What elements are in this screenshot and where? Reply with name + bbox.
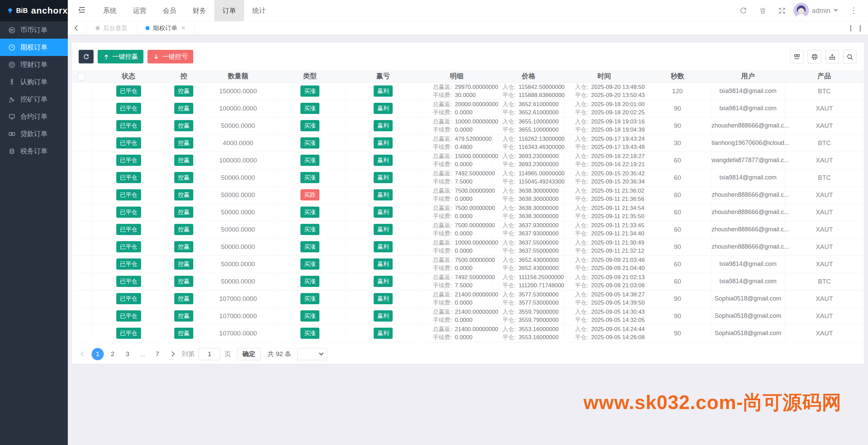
detail-cell: 总赢返:21400.00000000手续费:0.0000 [421, 325, 492, 342]
force-lose-button[interactable]: 一键控亏 [147, 50, 193, 63]
price-cell: 入仓:114965.00000000平仓:115045.49243300 [492, 169, 565, 186]
nav-item[interactable]: 运营 [125, 0, 155, 21]
table-row: 已平仓控赢50000.0000买跌赢利总赢返:7500.00000000手续费:… [72, 186, 864, 204]
select-all-checkbox[interactable] [78, 73, 85, 80]
kebab-menu-icon[interactable]: ⋮ [850, 6, 858, 15]
row-select-cell [72, 134, 91, 152]
control-badge[interactable]: 控赢 [174, 103, 193, 114]
sidebar-item[interactable]: 挖矿订单 [0, 91, 68, 108]
tabs-scroll-right[interactable] [850, 25, 851, 31]
prev-page-icon[interactable] [77, 348, 89, 360]
control-badge[interactable]: 控赢 [174, 172, 193, 183]
seconds-value: 120 [644, 82, 711, 100]
sidebar-item[interactable]: 贷款订单 [0, 125, 68, 142]
product-value: XAUT [785, 238, 864, 255]
nav-item[interactable]: 订单 [214, 0, 244, 21]
page-button[interactable]: 2 [106, 348, 119, 360]
sidebar-item[interactable]: 币币订单 [0, 21, 68, 39]
refresh-icon[interactable] [739, 7, 747, 15]
force-lose-label: 一键控亏 [162, 52, 188, 61]
tabs-scroll-left[interactable] [68, 21, 87, 35]
amount-value: 50000.0000 [201, 169, 275, 186]
status-badge: 已平仓 [116, 258, 141, 270]
sidebar-item[interactable]: 认购订单 [0, 73, 68, 91]
tab-label: 后台首页 [103, 24, 127, 32]
page-button[interactable]: 1 [92, 348, 104, 360]
table-row: 已平仓控赢150000.0000买涨赢利总赢返:29970.00000000手续… [72, 82, 864, 100]
control-badge[interactable]: 控赢 [174, 276, 193, 287]
amount-value: 50000.0000 [201, 255, 275, 273]
page-button[interactable]: 7 [151, 348, 163, 360]
price-cell: 入仓:3638.30000000平仓:3638.30000000 [492, 186, 565, 204]
logo: BiB anchorx [0, 0, 68, 21]
control-badge[interactable]: 控赢 [174, 224, 193, 235]
tab-dot-icon [145, 26, 150, 30]
tabs-menu-icon[interactable] [860, 25, 861, 31]
control-badge[interactable]: 控赢 [174, 241, 193, 252]
topbar: 系统运营会员财务订单统计 admin ⋮ [68, 0, 868, 21]
force-win-button[interactable]: 一键控赢 [98, 50, 143, 63]
sidebar-item[interactable]: 合约订单 [0, 108, 68, 125]
control-badge[interactable]: 控赢 [174, 189, 193, 200]
amount-value: 4000.0000 [201, 134, 275, 152]
tab-option-orders[interactable]: 期权订单 × [137, 21, 195, 35]
control-badge[interactable]: 控赢 [174, 293, 193, 304]
control-badge[interactable]: 控赢 [174, 310, 193, 322]
status-badge: 已平仓 [116, 172, 141, 183]
trash-icon[interactable] [759, 7, 767, 15]
page-button[interactable]: 3 [121, 348, 134, 360]
time-cell: 入仓:2025-09-05 14:30:43平仓:2025-09-05 14:3… [565, 307, 644, 325]
row-select-cell [72, 325, 91, 342]
type-badge: 买涨 [300, 137, 319, 149]
columns-icon[interactable] [790, 50, 804, 63]
status-badge: 已平仓 [116, 155, 141, 166]
export-icon[interactable] [825, 50, 839, 63]
amount-value: 50000.0000 [201, 221, 275, 238]
seconds-value: 60 [644, 221, 711, 238]
printer-icon[interactable] [808, 50, 821, 63]
search-icon[interactable] [843, 50, 856, 63]
tab-close-icon[interactable]: × [181, 24, 185, 32]
fullscreen-icon[interactable] [778, 7, 786, 15]
status-badge: 已平仓 [116, 310, 141, 322]
sidebar-item[interactable]: 税务订单 [0, 142, 68, 160]
user-menu[interactable]: admin [793, 3, 838, 18]
amount-value: 50000.0000 [201, 273, 275, 290]
column-header: 价格 [492, 70, 565, 82]
sidebar-item[interactable]: 理财订单 [0, 56, 68, 73]
table-row: 已平仓控赢50000.0000买涨赢利总赢返:7500.00000000手续费:… [72, 221, 864, 238]
banknote-icon [8, 130, 16, 138]
goto-page-input[interactable] [199, 348, 220, 360]
tabbar-right-controls [850, 21, 868, 35]
detail-cell: 总赢返:10000.00000000手续费:0.0000 [421, 238, 492, 255]
type-badge: 买涨 [300, 258, 319, 270]
sidebar-item[interactable]: 期权订单 [0, 39, 68, 56]
control-badge[interactable]: 控赢 [174, 328, 193, 339]
product-value: XAUT [785, 117, 864, 134]
nav-item[interactable]: 系统 [95, 0, 125, 21]
row-select-cell [72, 273, 91, 290]
next-page-icon[interactable] [166, 348, 178, 360]
page-size-select[interactable] [297, 348, 327, 360]
control-badge[interactable]: 控赢 [174, 258, 193, 270]
type-badge: 买涨 [300, 172, 319, 183]
control-badge[interactable]: 控赢 [174, 207, 193, 218]
goto-confirm-button[interactable]: 确定 [237, 348, 261, 360]
collapse-menu-icon[interactable] [78, 6, 86, 15]
control-badge[interactable]: 控赢 [174, 120, 193, 131]
tab-home[interactable]: 后台首页 [87, 21, 137, 35]
nav-item[interactable]: 统计 [244, 0, 274, 21]
control-badge[interactable]: 控赢 [174, 137, 193, 149]
amount-value: 107000.0000 [201, 325, 275, 342]
time-cell: 入仓:2025-09-18 19:03:16平仓:2025-09-18 19:0… [565, 117, 644, 134]
nav-item[interactable]: 会员 [155, 0, 184, 21]
table-row: 已平仓控赢100000.0000买涨赢利总赢返:20000.00000000手续… [72, 100, 864, 117]
nav-item[interactable]: 财务 [184, 0, 214, 21]
control-badge[interactable]: 控赢 [174, 155, 193, 166]
main-area: 系统运营会员财务订单统计 admin ⋮ [68, 0, 868, 445]
seconds-value: 60 [644, 169, 711, 186]
seconds-value: 90 [644, 307, 711, 325]
control-badge[interactable]: 控赢 [174, 85, 193, 97]
user-email: txia9814@gmail.com [711, 273, 785, 290]
refresh-table-button[interactable] [79, 50, 94, 63]
